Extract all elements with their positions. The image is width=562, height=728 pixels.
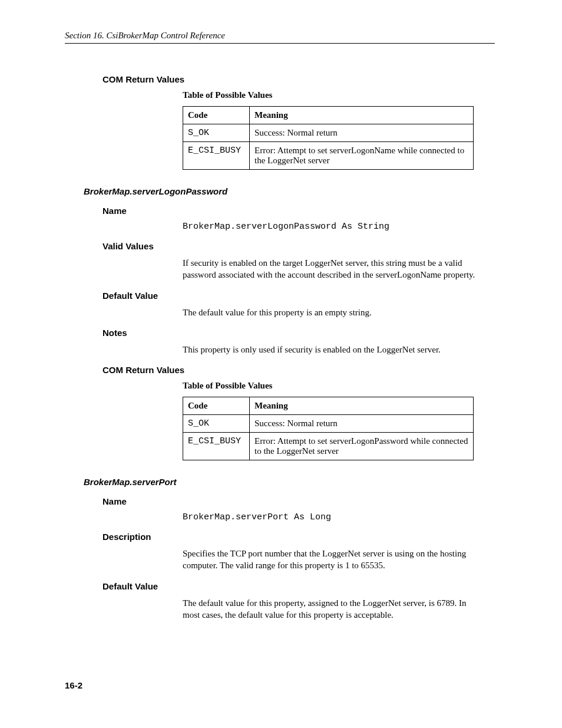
cell-code: E_CSI_BUSY — [183, 433, 250, 460]
col-code: Code — [183, 397, 250, 415]
property-title-serverlogonpassword: BrokerMap.serverLogonPassword — [84, 186, 495, 196]
heading-description: Description — [103, 532, 495, 542]
heading-name: Name — [103, 496, 495, 506]
valid-values-text: If security is enabled on the target Log… — [183, 257, 483, 281]
notes-text: This property is only used if security i… — [183, 344, 483, 355]
heading-default-value: Default Value — [103, 291, 495, 301]
table-header-row: Code Meaning — [183, 107, 474, 124]
heading-valid-values: Valid Values — [103, 241, 495, 251]
cell-meaning: Error: Attempt to set serverLogonPasswor… — [250, 433, 474, 460]
signature-text: BrokerMap.serverLogonPassword As String — [183, 222, 495, 232]
table-caption-2: Table of Possible Values — [183, 381, 495, 391]
col-code: Code — [183, 107, 250, 124]
description-text: Specifies the TCP port number that the L… — [183, 548, 483, 572]
cell-meaning: Error: Attempt to set serverLogonName wh… — [250, 142, 474, 170]
heading-name: Name — [103, 206, 495, 216]
page-content: Section 16. CsiBrokerMap Control Referen… — [65, 31, 495, 628]
col-meaning: Meaning — [250, 397, 474, 415]
cell-meaning: Success: Normal return — [250, 415, 474, 433]
heading-com-return-values-1: COM Return Values — [103, 74, 495, 84]
heading-default-value: Default Value — [103, 581, 495, 591]
cell-meaning: Success: Normal return — [250, 124, 474, 142]
table-row: S_OK Success: Normal return — [183, 415, 474, 433]
table-caption-1: Table of Possible Values — [183, 90, 495, 100]
table-row: S_OK Success: Normal return — [183, 124, 474, 142]
signature-text: BrokerMap.serverPort As Long — [183, 512, 495, 522]
values-table-2: Code Meaning S_OK Success: Normal return… — [183, 397, 474, 460]
table-header-row: Code Meaning — [183, 397, 474, 415]
page-number: 16-2 — [65, 680, 82, 690]
table-row: E_CSI_BUSY Error: Attempt to set serverL… — [183, 433, 474, 460]
default-value-text: The default value for this property is a… — [183, 307, 483, 318]
running-header: Section 16. CsiBrokerMap Control Referen… — [65, 31, 495, 44]
table-row: E_CSI_BUSY Error: Attempt to set serverL… — [183, 142, 474, 170]
heading-notes: Notes — [103, 328, 495, 338]
cell-code: S_OK — [183, 124, 250, 142]
default-value-text: The default value for this property, ass… — [183, 597, 483, 621]
heading-com-return-values-2: COM Return Values — [103, 365, 495, 375]
cell-code: S_OK — [183, 415, 250, 433]
values-table-1: Code Meaning S_OK Success: Normal return… — [183, 106, 474, 170]
property-title-serverport: BrokerMap.serverPort — [84, 477, 495, 487]
cell-code: E_CSI_BUSY — [183, 142, 250, 170]
col-meaning: Meaning — [250, 107, 474, 124]
